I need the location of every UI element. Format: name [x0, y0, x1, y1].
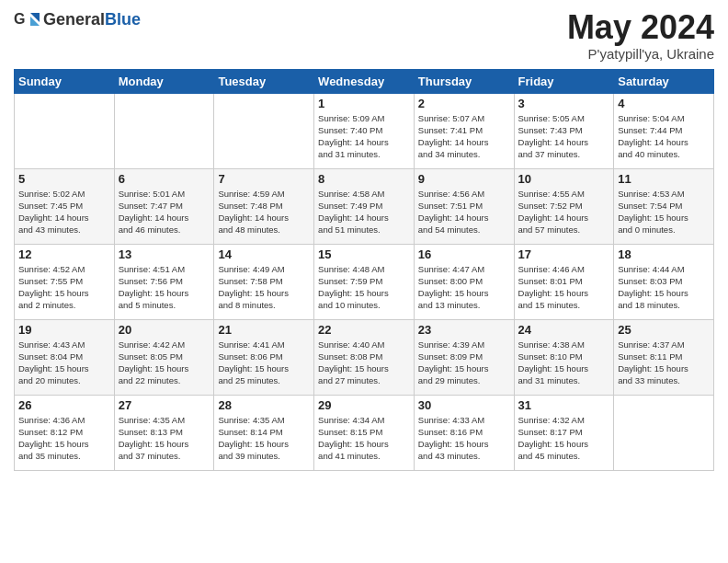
day-cell-17: 17Sunrise: 4:46 AM Sunset: 8:01 PM Dayli…: [514, 244, 614, 319]
day-info: Sunrise: 4:38 AM Sunset: 8:10 PM Dayligh…: [518, 339, 610, 387]
day-info: Sunrise: 5:05 AM Sunset: 7:43 PM Dayligh…: [518, 112, 610, 161]
day-cell-1: 1Sunrise: 5:09 AM Sunset: 7:40 PM Daylig…: [314, 93, 415, 168]
week-row-4: 19Sunrise: 4:43 AM Sunset: 8:04 PM Dayli…: [15, 319, 714, 395]
month-title: May 2024: [567, 9, 714, 46]
day-number: 2: [418, 97, 510, 110]
day-cell-3: 3Sunrise: 5:05 AM Sunset: 7:43 PM Daylig…: [514, 93, 614, 168]
day-cell-29: 29Sunrise: 4:34 AM Sunset: 8:15 PM Dayli…: [314, 395, 415, 470]
day-cell-28: 28Sunrise: 4:35 AM Sunset: 8:14 PM Dayli…: [214, 395, 314, 470]
empty-cell: [15, 93, 115, 168]
day-info: Sunrise: 4:34 AM Sunset: 8:15 PM Dayligh…: [318, 414, 410, 463]
week-row-2: 5Sunrise: 5:02 AM Sunset: 7:45 PM Daylig…: [15, 168, 714, 244]
empty-cell: [614, 395, 714, 470]
page-container: G GeneralBlue May 2024 P'yatypill'ya, Uk…: [0, 0, 728, 476]
day-info: Sunrise: 4:56 AM Sunset: 7:51 PM Dayligh…: [418, 188, 510, 236]
day-info: Sunrise: 4:53 AM Sunset: 7:54 PM Dayligh…: [618, 188, 710, 236]
day-cell-4: 4Sunrise: 5:04 AM Sunset: 7:44 PM Daylig…: [614, 93, 714, 168]
day-cell-8: 8Sunrise: 4:58 AM Sunset: 7:49 PM Daylig…: [314, 168, 415, 244]
day-number: 3: [518, 97, 610, 110]
day-number: 23: [418, 323, 510, 337]
logo: G GeneralBlue: [14, 9, 141, 29]
day-number: 17: [518, 247, 610, 261]
logo-blue: Blue: [105, 10, 141, 29]
day-cell-30: 30Sunrise: 4:33 AM Sunset: 8:16 PM Dayli…: [414, 395, 514, 470]
day-number: 22: [318, 323, 410, 337]
day-number: 1: [318, 97, 410, 110]
day-info: Sunrise: 4:36 AM Sunset: 8:12 PM Dayligh…: [18, 414, 110, 463]
day-number: 10: [518, 172, 610, 186]
day-info: Sunrise: 4:40 AM Sunset: 8:08 PM Dayligh…: [318, 339, 410, 387]
calendar: SundayMondayTuesdayWednesdayThursdayFrid…: [14, 69, 714, 471]
day-number: 28: [218, 398, 310, 412]
weekday-header-thursday: Thursday: [414, 69, 514, 93]
day-cell-25: 25Sunrise: 4:37 AM Sunset: 8:11 PM Dayli…: [614, 319, 714, 395]
day-info: Sunrise: 5:04 AM Sunset: 7:44 PM Dayligh…: [618, 112, 710, 161]
day-cell-18: 18Sunrise: 4:44 AM Sunset: 8:03 PM Dayli…: [614, 244, 714, 319]
day-info: Sunrise: 4:55 AM Sunset: 7:52 PM Dayligh…: [518, 188, 610, 236]
day-number: 29: [318, 398, 410, 412]
day-cell-13: 13Sunrise: 4:51 AM Sunset: 7:56 PM Dayli…: [114, 244, 214, 319]
week-row-1: 1Sunrise: 5:09 AM Sunset: 7:40 PM Daylig…: [15, 93, 714, 168]
day-info: Sunrise: 4:49 AM Sunset: 7:58 PM Dayligh…: [218, 263, 310, 312]
day-number: 30: [418, 398, 510, 412]
weekday-header-monday: Monday: [114, 69, 214, 93]
day-info: Sunrise: 4:35 AM Sunset: 8:14 PM Dayligh…: [218, 414, 310, 463]
logo-text: GeneralBlue: [43, 10, 141, 29]
day-number: 27: [119, 398, 210, 412]
day-cell-12: 12Sunrise: 4:52 AM Sunset: 7:55 PM Dayli…: [15, 244, 115, 319]
day-info: Sunrise: 5:01 AM Sunset: 7:47 PM Dayligh…: [119, 188, 210, 236]
empty-cell: [214, 93, 314, 168]
day-number: 12: [18, 247, 110, 261]
title-block: May 2024 P'yatypill'ya, Ukraine: [567, 9, 714, 62]
header: G GeneralBlue May 2024 P'yatypill'ya, Uk…: [14, 9, 714, 62]
day-cell-5: 5Sunrise: 5:02 AM Sunset: 7:45 PM Daylig…: [15, 168, 115, 244]
day-info: Sunrise: 5:09 AM Sunset: 7:40 PM Dayligh…: [318, 112, 410, 161]
day-number: 19: [18, 323, 110, 337]
day-number: 24: [518, 323, 610, 337]
day-cell-9: 9Sunrise: 4:56 AM Sunset: 7:51 PM Daylig…: [414, 168, 514, 244]
day-number: 21: [218, 323, 310, 337]
day-number: 26: [18, 398, 110, 412]
day-cell-23: 23Sunrise: 4:39 AM Sunset: 8:09 PM Dayli…: [414, 319, 514, 395]
week-row-3: 12Sunrise: 4:52 AM Sunset: 7:55 PM Dayli…: [15, 244, 714, 319]
day-info: Sunrise: 4:41 AM Sunset: 8:06 PM Dayligh…: [218, 339, 310, 387]
day-cell-21: 21Sunrise: 4:41 AM Sunset: 8:06 PM Dayli…: [214, 319, 314, 395]
weekday-header-row: SundayMondayTuesdayWednesdayThursdayFrid…: [15, 69, 714, 93]
day-number: 16: [418, 247, 510, 261]
day-info: Sunrise: 4:37 AM Sunset: 8:11 PM Dayligh…: [618, 339, 710, 387]
day-info: Sunrise: 4:59 AM Sunset: 7:48 PM Dayligh…: [218, 188, 310, 236]
day-cell-24: 24Sunrise: 4:38 AM Sunset: 8:10 PM Dayli…: [514, 319, 614, 395]
day-info: Sunrise: 4:44 AM Sunset: 8:03 PM Dayligh…: [618, 263, 710, 312]
day-info: Sunrise: 5:07 AM Sunset: 7:41 PM Dayligh…: [418, 112, 510, 161]
day-number: 13: [119, 247, 210, 261]
day-info: Sunrise: 4:47 AM Sunset: 8:00 PM Dayligh…: [418, 263, 510, 312]
day-cell-10: 10Sunrise: 4:55 AM Sunset: 7:52 PM Dayli…: [514, 168, 614, 244]
day-info: Sunrise: 4:39 AM Sunset: 8:09 PM Dayligh…: [418, 339, 510, 387]
day-info: Sunrise: 4:43 AM Sunset: 8:04 PM Dayligh…: [18, 339, 110, 387]
day-info: Sunrise: 5:02 AM Sunset: 7:45 PM Dayligh…: [18, 188, 110, 236]
weekday-header-tuesday: Tuesday: [214, 69, 314, 93]
weekday-header-sunday: Sunday: [15, 69, 115, 93]
day-info: Sunrise: 4:46 AM Sunset: 8:01 PM Dayligh…: [518, 263, 610, 312]
day-cell-15: 15Sunrise: 4:48 AM Sunset: 7:59 PM Dayli…: [314, 244, 415, 319]
day-info: Sunrise: 4:32 AM Sunset: 8:17 PM Dayligh…: [518, 414, 610, 463]
day-cell-2: 2Sunrise: 5:07 AM Sunset: 7:41 PM Daylig…: [414, 93, 514, 168]
day-cell-7: 7Sunrise: 4:59 AM Sunset: 7:48 PM Daylig…: [214, 168, 314, 244]
day-info: Sunrise: 4:42 AM Sunset: 8:05 PM Dayligh…: [119, 339, 210, 387]
day-info: Sunrise: 4:58 AM Sunset: 7:49 PM Dayligh…: [318, 188, 410, 236]
day-info: Sunrise: 4:48 AM Sunset: 7:59 PM Dayligh…: [318, 263, 410, 312]
day-number: 8: [318, 172, 410, 186]
day-info: Sunrise: 4:51 AM Sunset: 7:56 PM Dayligh…: [119, 263, 210, 312]
weekday-header-friday: Friday: [514, 69, 614, 93]
day-info: Sunrise: 4:52 AM Sunset: 7:55 PM Dayligh…: [18, 263, 110, 312]
weekday-header-wednesday: Wednesday: [314, 69, 415, 93]
location: P'yatypill'ya, Ukraine: [567, 46, 714, 62]
day-cell-11: 11Sunrise: 4:53 AM Sunset: 7:54 PM Dayli…: [614, 168, 714, 244]
day-number: 15: [318, 247, 410, 261]
day-cell-20: 20Sunrise: 4:42 AM Sunset: 8:05 PM Dayli…: [114, 319, 214, 395]
day-number: 6: [119, 172, 210, 186]
day-number: 20: [119, 323, 210, 337]
day-number: 31: [518, 398, 610, 412]
day-number: 11: [618, 172, 710, 186]
day-number: 14: [218, 247, 310, 261]
